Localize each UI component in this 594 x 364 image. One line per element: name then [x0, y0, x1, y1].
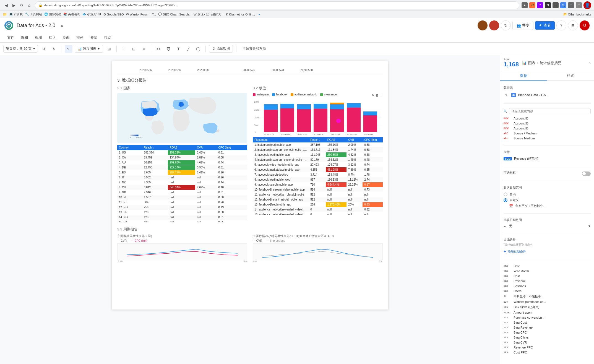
square-button[interactable]: □ — [120, 45, 128, 53]
refresh-data-button[interactable]: ↻ — [501, 20, 511, 30]
secure-icon: 🔒 — [38, 3, 43, 7]
chart-controls[interactable]: ✎ ⊞ ⋮ — [372, 93, 383, 97]
code-button[interactable]: <> — [155, 45, 162, 53]
country-table-container[interactable]: Country Reach ↓ ROAS CVR CPC (link) 1. U… — [117, 145, 247, 222]
cell-cvr-p: 11.11% — [346, 177, 363, 182]
metric-revenue[interactable]: SUM Revenue (已弃用) — [504, 156, 591, 162]
nav-buttons[interactable]: ◀ ▶ ↻ ⌂ — [3, 2, 33, 9]
image-button[interactable]: 🖼 — [165, 45, 172, 53]
chart-more-icon[interactable]: ⋮ — [379, 93, 383, 97]
ext-menu-icon[interactable]: ☰ — [576, 2, 582, 8]
ext-dots-icon[interactable]: ⋯ — [553, 2, 559, 8]
date-auto-option[interactable]: 自动 — [504, 191, 591, 197]
ext-bookmark-icon[interactable]: ★ — [522, 2, 528, 8]
other-bookmarks[interactable]: 📂 Other bookmarks — [563, 12, 591, 16]
fields-search-input[interactable] — [509, 108, 591, 114]
menu-insert[interactable]: 插入 — [46, 33, 59, 42]
edit-ds-button[interactable]: ✎ — [504, 92, 509, 98]
data-source-item[interactable]: ✎ Blended Data - GA... — [504, 91, 591, 99]
refresh-button[interactable]: ↻ — [18, 2, 25, 9]
col-cpc[interactable]: CPC (link) — [217, 145, 247, 150]
add-data-button[interactable]: 🗄 添加数据 — [209, 45, 233, 53]
canvas-area[interactable]: 20200526 20200528 20200530 20200526 2020… — [0, 55, 500, 364]
date-ytd-option[interactable]: 📅 年初至今（不包括今... — [504, 203, 591, 209]
address-bar[interactable]: 🔒 datastudio.google.com/u/0/reporting/1n… — [35, 1, 519, 9]
ext-f-icon[interactable]: f — [568, 2, 574, 8]
main-area: 20200526 20200528 20200530 20200526 2020… — [0, 55, 594, 364]
chart-edit-icon[interactable]: ✎ — [372, 93, 374, 97]
bookmark-warrior[interactable]: W Warrior Forum - T... — [126, 13, 156, 16]
ext-search-icon[interactable]: 🔍 — [560, 2, 566, 8]
home-button[interactable]: ⌂ — [26, 2, 33, 9]
divider-1 — [504, 103, 591, 104]
col-cvr[interactable]: CVR — [195, 145, 217, 150]
placement-table-container[interactable]: Placement Reach ↓ ROAS CVR CPC (link) 1.… — [253, 137, 383, 215]
menu-file[interactable]: 文件 — [4, 33, 17, 42]
panel-collapse-button[interactable]: › — [589, 61, 591, 66]
ext-n-icon[interactable]: N — [545, 2, 551, 8]
date-custom-option[interactable]: 自定义 — [504, 197, 591, 203]
bookmark-tools[interactable]: 🔧 工具网站 — [25, 12, 42, 16]
bookmark-jisuanji[interactable]: 💻 计算机 — [9, 12, 23, 16]
chart-expand-icon[interactable]: ⊞ — [376, 93, 378, 97]
bookmark-xiaoyu[interactable]: 🐟 小鱼儿101 — [82, 12, 101, 16]
col-roas[interactable]: ROAS — [168, 145, 195, 150]
tab-data[interactable]: 数据 — [500, 71, 547, 81]
add-chart-button[interactable]: 📊 添加图表 ▼ — [75, 45, 103, 53]
component-button[interactable]: ⊞ — [105, 45, 113, 53]
add-filter-button[interactable]: + 添加过滤条件 — [504, 248, 591, 254]
bookmark-english[interactable]: 📚 英语咨询 — [63, 12, 80, 16]
cell-reach-p: 387,196 — [309, 142, 326, 147]
shapes-button[interactable]: ◯ — [194, 45, 202, 53]
menu-page[interactable]: 页面 — [60, 33, 72, 42]
menu-view[interactable]: 视图 — [32, 33, 45, 42]
page-indicator[interactable]: 第 3 页，共 10 页 ▼ — [3, 45, 38, 53]
bookmark-google-seo[interactable]: G Google/SEO — [103, 13, 124, 16]
field-name-users: Users — [514, 289, 591, 293]
cell-placement: 9. facebook|search|mobile_app — [253, 182, 309, 187]
cell-cpc: 0.31 — [217, 150, 247, 155]
tab-style[interactable]: 样式 — [547, 71, 594, 80]
undo-button[interactable]: ↺ — [40, 45, 48, 53]
col-reach[interactable]: Reach ↓ — [142, 145, 168, 150]
bookmark-kissmetrics[interactable]: K Kissmetrics Onlin... — [226, 13, 255, 16]
bookmark-trade[interactable]: 🌐 国际贸易 — [44, 12, 61, 16]
view-button[interactable]: 👁 查看 — [535, 21, 555, 30]
forward-button[interactable]: ▶ — [11, 2, 17, 9]
radio-custom[interactable] — [504, 198, 507, 202]
ds-icon — [511, 93, 516, 97]
field-type-rbc-1: RBC — [504, 117, 511, 120]
grid-button[interactable]: ⊞ — [568, 20, 578, 30]
help-button[interactable]: ? — [556, 20, 566, 30]
line-button[interactable]: ╱ — [184, 45, 192, 53]
ext-y-icon[interactable]: Y — [537, 2, 543, 8]
user-avatar-icon[interactable]: 👤 — [583, 1, 591, 9]
back-button[interactable]: ◀ — [3, 2, 9, 9]
align-button[interactable]: ⊟ — [130, 45, 138, 53]
cell-cpc: 0.05 — [217, 220, 247, 223]
select-tool-button[interactable]: ↖ — [65, 45, 72, 53]
col-country[interactable]: Country — [117, 145, 142, 150]
bookmark-seo-chat[interactable]: 💬 SEO Chat - Search... — [158, 12, 191, 16]
bookmark-amazon[interactable]: W 发现 - 亚马逊如无... — [194, 12, 224, 16]
field-type-123-bcpc: 123 — [504, 331, 511, 334]
theme-layout-button[interactable]: 主题背景和布局 — [240, 45, 269, 52]
menu-help[interactable]: 帮助 — [101, 33, 114, 42]
chevron-right-icon[interactable]: › — [589, 61, 591, 65]
more-bookmarks[interactable]: » — [258, 13, 260, 16]
upload-icon[interactable]: ▲ — [60, 23, 64, 28]
cell-country: 3. AU — [117, 160, 142, 165]
menu-edit[interactable]: 编辑 — [18, 33, 31, 42]
text-button[interactable]: T — [174, 45, 182, 53]
filter-button[interactable]: ≡ — [140, 45, 148, 53]
ext-rooster-icon[interactable]: 🐓 — [529, 2, 535, 8]
svg-rect-16 — [264, 104, 278, 110]
radio-auto[interactable] — [504, 193, 507, 196]
menu-resources[interactable]: 资源 — [87, 33, 100, 42]
user-button[interactable]: U — [580, 20, 590, 30]
optional-metrics-toggle[interactable] — [582, 171, 591, 176]
share-button[interactable]: 👥 共享 — [512, 21, 533, 30]
menu-arrange[interactable]: 排列 — [74, 33, 86, 42]
redo-button[interactable]: ↻ — [50, 45, 58, 53]
chevron-down-comp[interactable]: ▼ — [588, 225, 591, 228]
